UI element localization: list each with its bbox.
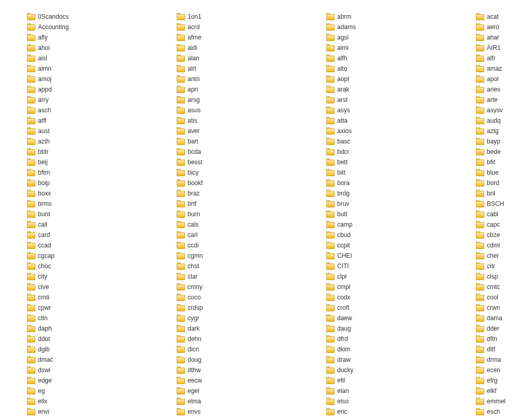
folder-item[interactable]: bede bbox=[476, 147, 532, 157]
folder-item[interactable]: carl bbox=[177, 230, 307, 240]
folder-item[interactable]: audq bbox=[476, 115, 532, 126]
folder-item[interactable]: bord bbox=[476, 178, 532, 188]
folder-item[interactable]: egel bbox=[177, 386, 307, 396]
folder-item[interactable]: cgmn bbox=[177, 251, 307, 261]
folder-item[interactable]: brms bbox=[27, 199, 157, 209]
folder-item[interactable]: dthw bbox=[177, 365, 307, 375]
folder-item[interactable]: elso bbox=[326, 396, 456, 406]
folder-item[interactable]: clsp bbox=[476, 271, 532, 282]
folder-item[interactable]: BSCH bbox=[476, 199, 532, 209]
folder-item[interactable]: axios bbox=[326, 126, 456, 136]
folder-item[interactable]: cbze bbox=[476, 230, 532, 240]
folder-item[interactable]: draw bbox=[326, 355, 456, 365]
folder-item[interactable]: dswi bbox=[27, 365, 157, 375]
folder-item[interactable]: clar bbox=[177, 271, 307, 282]
folder-item[interactable]: capc bbox=[476, 219, 532, 230]
folder-item[interactable]: asys bbox=[326, 105, 456, 115]
folder-item[interactable]: amoj bbox=[27, 74, 157, 84]
folder-item[interactable]: atta bbox=[326, 115, 456, 126]
folder-item[interactable]: daph bbox=[27, 323, 157, 334]
folder-item[interactable]: apri bbox=[177, 84, 307, 95]
folder-item[interactable]: asus bbox=[177, 105, 307, 115]
folder-item[interactable]: elma bbox=[177, 396, 307, 406]
folder-item[interactable]: efrg bbox=[476, 375, 532, 386]
folder-item[interactable]: envs bbox=[177, 406, 307, 417]
folder-item[interactable]: Accounting bbox=[27, 22, 157, 32]
folder-item[interactable]: crwn bbox=[476, 303, 532, 313]
folder-item[interactable]: blue bbox=[476, 167, 532, 178]
folder-item[interactable]: cool bbox=[476, 292, 532, 303]
folder-item[interactable]: coco bbox=[177, 292, 307, 303]
folder-item[interactable]: dglb bbox=[27, 344, 157, 355]
folder-item[interactable]: cgcap bbox=[27, 251, 157, 261]
folder-item[interactable]: arte bbox=[476, 95, 532, 105]
folder-item[interactable]: basc bbox=[326, 136, 456, 147]
folder-item[interactable]: ecen bbox=[476, 365, 532, 375]
folder-item[interactable]: bruv bbox=[326, 199, 456, 209]
folder-item[interactable]: drma bbox=[476, 355, 532, 365]
folder-item[interactable]: arst bbox=[326, 95, 456, 105]
folder-item[interactable]: dfrd bbox=[326, 334, 456, 344]
folder-item[interactable]: elan bbox=[326, 386, 456, 396]
folder-item[interactable]: AIR1 bbox=[476, 43, 532, 53]
folder-item[interactable]: CITI bbox=[326, 261, 456, 271]
folder-item[interactable]: dmac bbox=[27, 355, 157, 365]
folder-item[interactable]: bora bbox=[326, 178, 456, 188]
folder-item[interactable]: ducky bbox=[326, 365, 456, 375]
folder-item[interactable]: 1on1 bbox=[177, 11, 307, 22]
folder-item[interactable]: beij bbox=[27, 157, 157, 167]
folder-item[interactable]: abrm bbox=[326, 11, 456, 22]
folder-item[interactable]: doug bbox=[177, 355, 307, 365]
folder-item[interactable]: bicy bbox=[177, 167, 307, 178]
folder-item[interactable]: card bbox=[27, 230, 157, 240]
folder-item[interactable]: cabl bbox=[476, 209, 532, 219]
folder-item[interactable]: cpwr bbox=[27, 303, 157, 313]
folder-item[interactable]: emmel bbox=[476, 396, 532, 406]
folder-item[interactable]: envi bbox=[27, 406, 157, 417]
folder-item[interactable]: atfl bbox=[27, 115, 157, 126]
folder-item[interactable]: aidi bbox=[177, 43, 307, 53]
folder-item[interactable]: acat bbox=[476, 11, 532, 22]
folder-item[interactable]: cmtc bbox=[476, 282, 532, 292]
folder-item[interactable]: bitt bbox=[326, 167, 456, 178]
folder-item[interactable]: alfr bbox=[476, 53, 532, 63]
folder-item[interactable]: azth bbox=[27, 136, 157, 147]
folder-item[interactable]: dehn bbox=[177, 334, 307, 344]
folder-item[interactable]: ellx bbox=[27, 396, 157, 406]
folder-item[interactable]: brtf bbox=[177, 199, 307, 209]
folder-item[interactable]: cmpl bbox=[326, 282, 456, 292]
folder-item[interactable]: amaz bbox=[476, 63, 532, 74]
folder-item[interactable]: butl bbox=[326, 209, 456, 219]
folder-item[interactable]: ahar bbox=[476, 32, 532, 43]
folder-item[interactable]: acrd bbox=[177, 22, 307, 32]
folder-item[interactable]: bookf bbox=[177, 178, 307, 188]
folder-item[interactable]: appd bbox=[27, 84, 157, 95]
folder-item[interactable]: cher bbox=[476, 251, 532, 261]
folder-item[interactable]: bdcr bbox=[326, 147, 456, 157]
folder-item[interactable]: edge bbox=[27, 375, 157, 386]
folder-item[interactable]: agsi bbox=[326, 32, 456, 43]
folder-item[interactable]: boxx bbox=[27, 188, 157, 199]
folder-item[interactable]: alan bbox=[177, 53, 307, 63]
folder-item[interactable]: ccdi bbox=[177, 240, 307, 251]
folder-item[interactable]: ccad bbox=[27, 240, 157, 251]
folder-item[interactable]: arak bbox=[326, 84, 456, 95]
folder-item[interactable]: cmti bbox=[27, 292, 157, 303]
folder-item[interactable]: besst bbox=[177, 157, 307, 167]
folder-item[interactable]: afme bbox=[177, 32, 307, 43]
folder-item[interactable]: alrt bbox=[177, 63, 307, 74]
folder-item[interactable]: aero bbox=[476, 22, 532, 32]
folder-item[interactable]: aver bbox=[177, 126, 307, 136]
folder-item[interactable]: ahoi bbox=[27, 43, 157, 53]
folder-item[interactable]: aisl bbox=[27, 53, 157, 63]
folder-item[interactable]: bftm bbox=[27, 167, 157, 178]
folder-item[interactable]: CHEI bbox=[326, 251, 456, 261]
folder-item[interactable]: antn bbox=[177, 74, 307, 84]
folder-item[interactable]: dkim bbox=[326, 344, 456, 355]
folder-item[interactable]: croft bbox=[326, 303, 456, 313]
folder-item[interactable]: clpr bbox=[326, 271, 456, 282]
folder-item[interactable]: bart bbox=[177, 136, 307, 147]
folder-item[interactable]: daew bbox=[326, 313, 456, 323]
folder-item[interactable]: cdmi bbox=[476, 240, 532, 251]
folder-item[interactable]: codx bbox=[326, 292, 456, 303]
